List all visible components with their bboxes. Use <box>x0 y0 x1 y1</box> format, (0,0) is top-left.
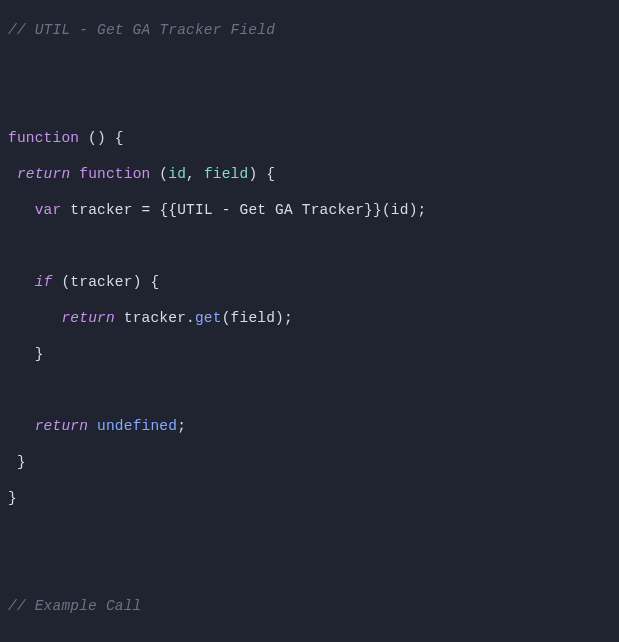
return-keyword-2: return <box>61 310 114 326</box>
comment-header: // UTIL - Get GA Tracker Field <box>8 22 275 38</box>
function-keyword-inner: function <box>79 166 150 182</box>
if-keyword: if <box>35 274 53 290</box>
tracker-ref: tracker <box>124 310 186 326</box>
return-keyword-3: return <box>35 418 88 434</box>
undefined-keyword: undefined <box>97 418 177 434</box>
return-keyword: return <box>17 166 70 182</box>
code-block: // UTIL - Get GA Tracker Field function … <box>0 0 619 642</box>
tracker-var: tracker <box>70 202 132 218</box>
get-method: get <box>195 310 222 326</box>
comment-example: // Example Call <box>8 598 142 614</box>
util-macro: {{UTIL - Get GA Tracker}} <box>159 202 382 218</box>
tracker-check: tracker <box>70 274 132 290</box>
arg-id: id <box>391 202 409 218</box>
var-keyword: var <box>35 202 62 218</box>
arg-field: field <box>231 310 276 326</box>
function-keyword: function <box>8 130 79 146</box>
param-id: id <box>168 166 186 182</box>
param-field: field <box>204 166 249 182</box>
